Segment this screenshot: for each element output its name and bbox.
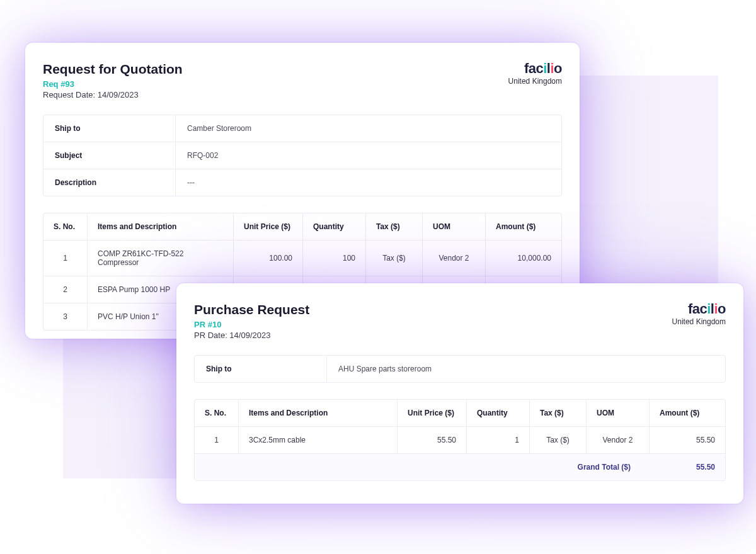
col-desc: Items and Description — [88, 213, 234, 240]
row-unit: 55.50 — [398, 427, 467, 454]
col-sno: S. No. — [43, 213, 88, 240]
brand-location: United Kingdom — [508, 77, 562, 86]
rfq-date: Request Date: 14/09/2023 — [43, 90, 183, 99]
info-row-shipto: Ship to AHU Spare parts storeroom — [195, 356, 725, 382]
row-uom: Vendor 2 — [587, 427, 650, 454]
row-sno: 1 — [43, 240, 88, 276]
grand-total-row: Grand Total ($) 55.50 — [195, 454, 725, 480]
row-desc: COMP ZR61KC-TFD-522 Compressor — [88, 240, 234, 276]
pr-title: Purchase Request — [194, 302, 309, 317]
col-qty: Quantity — [303, 213, 366, 240]
row-uom: Vendor 2 — [423, 240, 486, 276]
pr-number: PR #10 — [194, 320, 309, 329]
subject-value: RFQ-002 — [176, 142, 561, 169]
description-label: Description — [43, 169, 176, 196]
brand-logo: facilio — [508, 62, 562, 76]
rfq-info-table: Ship to Camber Storeroom Subject RFQ-002… — [43, 115, 562, 196]
grand-total-label: Grand Total ($) — [195, 454, 650, 480]
row-unit: 100.00 — [234, 240, 303, 276]
row-tax: Tax ($) — [366, 240, 423, 276]
info-row-subject: Subject RFQ-002 — [43, 142, 561, 169]
description-value: --- — [176, 169, 561, 196]
brand-location: United Kingdom — [672, 317, 726, 326]
shipto-value: AHU Spare parts storeroom — [327, 356, 725, 382]
table-row: 1 COMP ZR61KC-TFD-522 Compressor 100.00 … — [43, 240, 561, 276]
brand-block: facilio United Kingdom — [508, 62, 562, 86]
row-qty: 1 — [467, 427, 530, 454]
col-amt: Amount ($) — [650, 400, 725, 427]
row-amt: 10,000.00 — [486, 240, 561, 276]
subject-label: Subject — [43, 142, 176, 169]
pr-date: PR Date: 14/09/2023 — [194, 331, 309, 340]
col-desc: Items and Description — [239, 400, 398, 427]
pr-card: Purchase Request PR #10 PR Date: 14/09/2… — [176, 283, 743, 504]
col-sno: S. No. — [195, 400, 239, 427]
shipto-value: Camber Storeroom — [176, 115, 561, 142]
col-qty: Quantity — [467, 400, 530, 427]
pr-items-table: S. No. Items and Description Unit Price … — [194, 399, 726, 481]
rfq-title: Request for Quotation — [43, 62, 183, 77]
shipto-label: Ship to — [195, 356, 327, 382]
grand-total-value: 55.50 — [650, 454, 725, 480]
pr-info-table: Ship to AHU Spare parts storeroom — [194, 355, 726, 383]
col-unit: Unit Price ($) — [398, 400, 467, 427]
row-sno: 1 — [195, 427, 239, 454]
row-tax: Tax ($) — [530, 427, 587, 454]
col-tax: Tax ($) — [366, 213, 423, 240]
info-row-shipto: Ship to Camber Storeroom — [43, 115, 561, 142]
col-uom: UOM — [423, 213, 486, 240]
col-amt: Amount ($) — [486, 213, 561, 240]
row-qty: 100 — [303, 240, 366, 276]
info-row-description: Description --- — [43, 169, 561, 196]
row-sno: 2 — [43, 276, 88, 303]
row-sno: 3 — [43, 303, 88, 330]
table-row: 1 3Cx2.5mm cable 55.50 1 Tax ($) Vendor … — [195, 427, 725, 454]
shipto-label: Ship to — [43, 115, 176, 142]
brand-block: facilio United Kingdom — [672, 302, 726, 326]
rfq-number: Req #93 — [43, 79, 183, 89]
row-desc: 3Cx2.5mm cable — [239, 427, 398, 454]
col-uom: UOM — [587, 400, 650, 427]
col-unit: Unit Price ($) — [234, 213, 303, 240]
brand-logo: facilio — [672, 302, 726, 316]
col-tax: Tax ($) — [530, 400, 587, 427]
row-amt: 55.50 — [650, 427, 725, 454]
